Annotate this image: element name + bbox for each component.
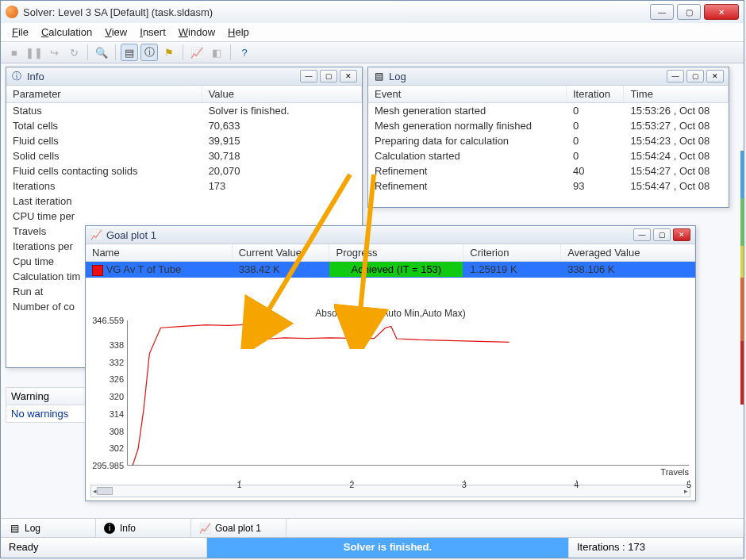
info-min-button[interactable]: — bbox=[300, 70, 317, 82]
goal-max-button[interactable]: ▢ bbox=[653, 228, 671, 241]
stop-icon[interactable]: ■ bbox=[6, 44, 23, 61]
goal-titlebar[interactable]: 📈 Goal plot 1 — ▢ ✕ bbox=[86, 226, 695, 244]
task-tab-info-label: Info bbox=[120, 523, 136, 534]
app-title: Solver: Level 3 SA [Default] (task.sldas… bbox=[23, 6, 650, 18]
task-tab-info[interactable]: i Info bbox=[96, 519, 191, 537]
log-row[interactable]: Calculation started015:54:24 , Oct 08 bbox=[368, 148, 729, 163]
log-close-button[interactable]: ✕ bbox=[706, 70, 724, 82]
log-row[interactable]: Refinement9315:54:47 , Oct 08 bbox=[368, 178, 729, 194]
log-event: Refinement bbox=[368, 178, 566, 194]
status-progress: Solver is finished. bbox=[207, 538, 569, 558]
refresh-icon[interactable]: ↻ bbox=[65, 44, 83, 61]
log-min-button[interactable]: — bbox=[667, 70, 684, 82]
close-button[interactable]: ✕ bbox=[704, 4, 739, 20]
goal-h-current[interactable]: Current Value bbox=[232, 244, 329, 262]
menu-help[interactable]: Help bbox=[223, 25, 254, 40]
help-icon[interactable]: ? bbox=[236, 44, 253, 61]
menu-insert[interactable]: Insert bbox=[135, 25, 171, 40]
minimize-button[interactable]: — bbox=[650, 4, 674, 20]
menu-window[interactable]: Window bbox=[174, 25, 220, 40]
info-row[interactable]: Iterations173 bbox=[6, 178, 362, 194]
preview-icon[interactable]: ◧ bbox=[208, 44, 225, 61]
log-time: 15:54:47 , Oct 08 bbox=[624, 178, 729, 194]
menu-file[interactable]: File bbox=[7, 25, 33, 40]
chart-line bbox=[127, 320, 689, 466]
goal-min-button[interactable]: — bbox=[633, 228, 651, 241]
app-window: Solver: Level 3 SA [Default] (task.sldas… bbox=[0, 0, 744, 558]
info-value: 30,718 bbox=[202, 148, 361, 163]
goal-close-button[interactable]: ✕ bbox=[673, 228, 690, 241]
goals-flag-icon[interactable]: ⚑ bbox=[160, 44, 178, 61]
info-icon: i bbox=[104, 523, 115, 534]
info-row[interactable]: Last iteration bbox=[6, 194, 362, 209]
goal-current: 338.42 K bbox=[232, 262, 329, 278]
log-time: 15:53:26 , Oct 08 bbox=[624, 103, 729, 119]
y-tick-label: 314 bbox=[110, 409, 124, 419]
y-tick-label: 332 bbox=[110, 358, 124, 367]
info-row[interactable]: Fluid cells39,915 bbox=[6, 133, 362, 148]
log-max-button[interactable]: ▢ bbox=[686, 70, 704, 82]
info-row[interactable]: CPU time per bbox=[6, 209, 362, 224]
log-event: Calculation started bbox=[368, 148, 566, 163]
log-header-time[interactable]: Time bbox=[624, 86, 729, 103]
info-value: 20,070 bbox=[202, 163, 361, 178]
status-iterations: Iterations : 173 bbox=[569, 538, 744, 558]
graph-icon[interactable]: 📈 bbox=[188, 44, 206, 61]
goal-table: Name Current Value Progress Criterion Av… bbox=[86, 244, 695, 278]
log-row[interactable]: Mesh generation normally finished015:53:… bbox=[368, 118, 729, 133]
menu-bar: File Calculation View Insert Window Help bbox=[1, 23, 744, 42]
log-event: Mesh generation started bbox=[368, 103, 566, 119]
goal-plot-window: 📈 Goal plot 1 — ▢ ✕ Name Current Value P… bbox=[85, 225, 696, 501]
info-value: 39,915 bbox=[202, 133, 361, 148]
status-ready: Ready bbox=[1, 538, 207, 558]
info-row[interactable]: Total cells70,633 bbox=[6, 118, 362, 133]
scroll-thumb[interactable] bbox=[97, 487, 113, 495]
info-close-button[interactable]: ✕ bbox=[340, 70, 357, 82]
maximize-button[interactable]: ▢ bbox=[677, 4, 701, 20]
goal-progress: Achieved (IT = 153) bbox=[329, 262, 463, 277]
menu-calculation[interactable]: Calculation bbox=[37, 25, 97, 40]
toolbar: ■ ❚❚ ↪ ↻ 🔍 ▤ ⓘ ⚑ 📈 ◧ ? bbox=[1, 42, 744, 63]
step-icon[interactable]: ↪ bbox=[45, 44, 63, 61]
toolbar-divider bbox=[183, 44, 183, 60]
log-row[interactable]: Preparing data for calculation015:54:23 … bbox=[368, 133, 729, 148]
info-header-param[interactable]: Parameter bbox=[6, 86, 202, 103]
log-iter: 40 bbox=[566, 163, 624, 178]
chart-scrollbar[interactable]: ◂ ▸ bbox=[90, 485, 690, 497]
goal-row[interactable]: VG Av T of Tube 338.42 K Achieved (IT = … bbox=[86, 262, 695, 278]
log-icon: ▤ bbox=[373, 71, 384, 82]
log-row[interactable]: Mesh generation started015:53:26 , Oct 0… bbox=[368, 103, 729, 119]
goal-h-name[interactable]: Name bbox=[86, 244, 232, 262]
goal-h-criterion[interactable]: Criterion bbox=[463, 244, 561, 262]
info-param: CPU time per bbox=[6, 209, 202, 224]
info-row[interactable]: Fluid cells contacting solids20,070 bbox=[6, 163, 362, 178]
goal-h-avg[interactable]: Averaged Value bbox=[561, 244, 695, 262]
y-tick-label: 302 bbox=[110, 443, 124, 453]
menu-view[interactable]: View bbox=[100, 25, 132, 40]
y-tick-label: 326 bbox=[110, 374, 124, 384]
info-row[interactable]: StatusSolver is finished. bbox=[6, 103, 362, 119]
pause-icon[interactable]: ❚❚ bbox=[25, 44, 43, 61]
y-tick-label: 320 bbox=[110, 392, 124, 401]
info-max-button[interactable]: ▢ bbox=[320, 70, 337, 82]
log-toggle-icon[interactable]: ▤ bbox=[121, 44, 138, 61]
log-time: 15:54:24 , Oct 08 bbox=[624, 148, 729, 163]
info-header-value[interactable]: Value bbox=[202, 86, 361, 103]
task-tab-log[interactable]: ▤ Log bbox=[1, 519, 96, 537]
status-bar: Ready Solver is finished. Iterations : 1… bbox=[1, 537, 744, 558]
zoom-icon[interactable]: 🔍 bbox=[93, 44, 110, 61]
task-tab-goal[interactable]: 📈 Goal plot 1 bbox=[191, 519, 286, 537]
log-titlebar[interactable]: ▤ Log — ▢ ✕ bbox=[368, 67, 729, 86]
log-header-iter[interactable]: Iteration bbox=[566, 86, 624, 103]
log-row[interactable]: Refinement4015:54:27 , Oct 08 bbox=[368, 163, 729, 178]
log-iter: 0 bbox=[566, 148, 624, 163]
goal-h-progress[interactable]: Progress bbox=[329, 244, 463, 262]
log-iter: 0 bbox=[566, 133, 624, 148]
info-titlebar[interactable]: ⓘ Info — ▢ ✕ bbox=[6, 67, 362, 86]
info-row[interactable]: Solid cells30,718 bbox=[6, 148, 362, 163]
chart-plot[interactable]: 346.559338332326320314308302295.985 1234… bbox=[127, 320, 689, 466]
info-toggle-icon[interactable]: ⓘ bbox=[140, 44, 158, 61]
warnings-text: No warnings bbox=[6, 405, 92, 422]
task-tab-goal-label: Goal plot 1 bbox=[215, 523, 261, 534]
log-header-event[interactable]: Event bbox=[368, 86, 566, 103]
